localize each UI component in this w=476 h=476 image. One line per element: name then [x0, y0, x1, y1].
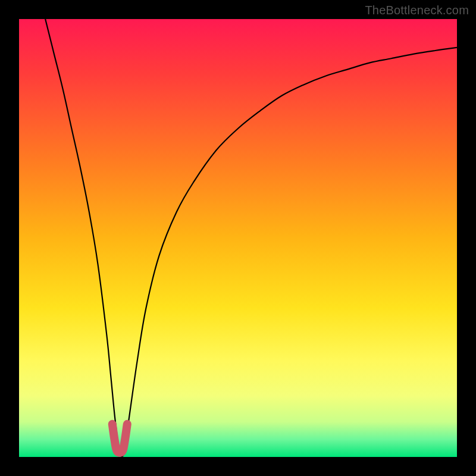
- plot-area: [19, 19, 457, 457]
- chart-frame: TheBottleneck.com: [0, 0, 476, 476]
- gradient-background: [19, 19, 457, 457]
- svg-rect-0: [19, 19, 457, 457]
- watermark-text: TheBottleneck.com: [365, 4, 469, 17]
